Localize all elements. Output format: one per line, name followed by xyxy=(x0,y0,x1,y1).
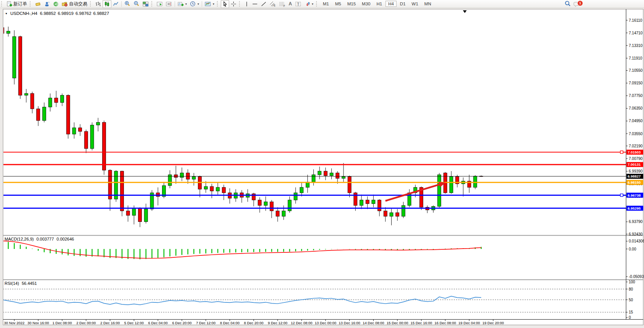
notifications-button[interactable]: 1 xyxy=(573,1,583,8)
signals-button[interactable] xyxy=(51,0,60,8)
zoom-out-button[interactable] xyxy=(132,0,141,8)
vertical-line-icon xyxy=(244,1,249,7)
arrows-tool-button[interactable]: ▾ xyxy=(303,0,315,8)
candle-body xyxy=(216,187,220,191)
toolbar-grip[interactable] xyxy=(316,1,318,6)
autotrading-icon xyxy=(62,1,68,7)
macd-value: 0.003777 xyxy=(36,237,54,241)
tab-h1[interactable]: H1 xyxy=(374,1,385,7)
crosshair-icon xyxy=(231,1,236,7)
new-order-icon xyxy=(6,1,12,7)
tab-m5[interactable]: M5 xyxy=(332,1,344,7)
tab-mn[interactable]: MN xyxy=(422,1,434,7)
chart-window xyxy=(3,9,643,325)
toolbar-grip[interactable] xyxy=(1,1,3,6)
toolbar-grip[interactable] xyxy=(239,1,241,6)
gold-box-icon xyxy=(35,1,41,7)
toolbar-grip[interactable] xyxy=(151,1,154,6)
template-icon xyxy=(205,1,211,7)
toolbar-separator xyxy=(175,1,175,7)
candle-body xyxy=(204,186,207,189)
chevron-down-icon[interactable]: ▾ xyxy=(312,2,313,6)
candle-body xyxy=(288,200,291,211)
crosshair-tool-button[interactable] xyxy=(229,0,238,8)
chart-shift-button[interactable] xyxy=(164,0,173,8)
equidistant-channel-tool-button[interactable]: E xyxy=(268,0,278,8)
chevron-down-icon[interactable]: ▾ xyxy=(198,2,199,6)
candle-body xyxy=(24,94,28,95)
candle-body xyxy=(360,200,363,205)
macd-signal-value: 0.002646 xyxy=(56,237,74,241)
templates-button[interactable]: ▾ xyxy=(203,0,216,8)
tab-m15[interactable]: M15 xyxy=(345,1,358,7)
symbol-period-label: USDCNH-,H4 xyxy=(10,11,37,16)
community-button[interactable] xyxy=(43,0,51,8)
tab-h4[interactable]: H4 xyxy=(385,1,397,7)
price-tick-label: 6.99390 xyxy=(629,169,643,173)
candle-body xyxy=(348,176,351,193)
candlestick-mode-button[interactable] xyxy=(103,0,111,8)
price-tick-label: 7.03550 xyxy=(629,132,643,136)
new-chart-button[interactable]: ▾ xyxy=(176,0,188,8)
svg-text:F: F xyxy=(284,4,285,7)
toolbar-grip[interactable] xyxy=(217,1,219,6)
candle-body xyxy=(174,175,178,178)
trendline-tool-button[interactable] xyxy=(259,0,268,8)
periods-button[interactable]: ▾ xyxy=(188,0,201,8)
line-chart-icon xyxy=(113,1,119,7)
chevron-down-icon[interactable]: ▾ xyxy=(185,2,187,6)
autotrading-button[interactable]: 自动交易 xyxy=(60,0,89,8)
candle-body xyxy=(42,107,46,120)
candle-body xyxy=(390,213,393,216)
label-tool-icon: T xyxy=(295,1,302,7)
candle-body xyxy=(84,131,88,149)
tab-d1[interactable]: D1 xyxy=(397,1,408,7)
candle-body xyxy=(72,128,76,134)
vertical-line-tool-button[interactable] xyxy=(243,0,251,8)
price-line-badge-label: 7.01503 xyxy=(628,150,641,154)
time-tick-label: 15 Dec 00:00 xyxy=(387,321,408,325)
rsi-tick-label: 80 xyxy=(629,287,633,291)
price-tick-label: 7.00790 xyxy=(629,157,643,161)
chart-canvas[interactable]: 7.161107.147107.133107.119107.105507.091… xyxy=(0,0,644,328)
candle-body xyxy=(372,200,375,204)
candle-body xyxy=(120,171,124,211)
cursor-tool-button[interactable] xyxy=(221,0,229,8)
toolbar-grip[interactable] xyxy=(90,1,92,6)
window-caret-icon[interactable]: ▼ xyxy=(5,12,8,15)
arrows-icon xyxy=(305,1,310,7)
bar-chart-mode-button[interactable] xyxy=(94,0,103,8)
toolbar-grip[interactable] xyxy=(30,1,32,6)
new-order-button[interactable]: 新订单 xyxy=(5,0,29,8)
line-chart-mode-button[interactable] xyxy=(111,0,120,8)
line-handle-marker xyxy=(620,194,623,197)
text-label-tool-button[interactable]: T xyxy=(294,0,303,8)
candle-body xyxy=(79,128,82,131)
tab-m1[interactable]: M1 xyxy=(320,1,332,7)
candle-body xyxy=(312,175,315,182)
rsi-indicator-label: RSI(14) 56.4451 xyxy=(5,281,37,286)
zoom-in-button[interactable] xyxy=(123,0,132,8)
fibonacci-tool-button[interactable]: F xyxy=(278,0,287,8)
price-line-badge-label: 6.95295 xyxy=(628,206,641,210)
price-line-badge-label: 7.00131 xyxy=(628,162,641,166)
candle-body xyxy=(13,37,16,78)
time-tick-label: 13 Dec 00:00 xyxy=(315,321,337,325)
tab-w1[interactable]: W1 xyxy=(409,1,421,7)
tab-m30[interactable]: M30 xyxy=(359,1,373,7)
candle-body xyxy=(222,187,225,193)
auto-scroll-button[interactable] xyxy=(155,0,164,8)
notification-badge: 1 xyxy=(577,0,583,6)
zoom-out-icon xyxy=(133,1,140,7)
text-tool-button[interactable]: A xyxy=(287,0,294,8)
candle-body xyxy=(48,98,52,107)
horizontal-line-tool-button[interactable] xyxy=(251,0,259,8)
chevron-down-icon[interactable]: ▾ xyxy=(213,2,214,6)
price-tick-label: 6.93790 xyxy=(629,220,643,224)
tile-windows-button[interactable] xyxy=(141,0,150,8)
candle-body xyxy=(192,176,196,179)
search-icon[interactable] xyxy=(564,0,571,8)
candle-body xyxy=(96,122,100,125)
price-tick-label: 7.09150 xyxy=(629,81,643,85)
market-depth-button[interactable] xyxy=(34,0,43,8)
